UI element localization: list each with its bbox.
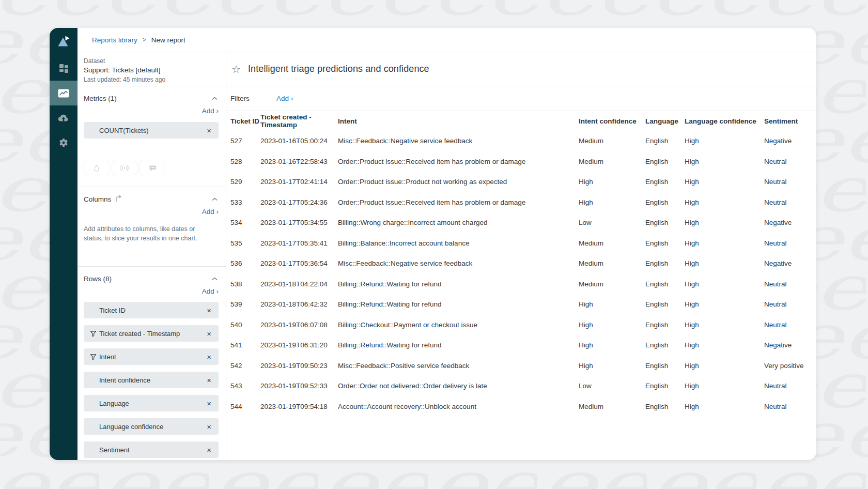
cell-language-confidence: High: [685, 219, 764, 226]
column-header[interactable]: Intent: [338, 117, 579, 125]
cell-ticket-created: 2023-01-16T05:00:24: [260, 137, 338, 145]
sidebar-item-reports[interactable]: [50, 81, 78, 105]
rows-section: Rows (8) Add › Ticket ID: [78, 267, 226, 460]
cell-ticket-id: 527: [230, 137, 260, 145]
cell-intent-confidence: Medium: [579, 280, 645, 288]
cell-ticket-created: 2023-01-19T09:50:23: [260, 362, 338, 370]
row-attribute-chip[interactable]: Sentiment ×: [84, 441, 219, 458]
row-attribute-chip[interactable]: Ticket ID ×: [84, 302, 219, 318]
pivot-arrow-icon[interactable]: [115, 195, 123, 203]
cell-sentiment: Neutral: [764, 403, 808, 410]
content-area: Reports library > New report Dataset Sup…: [78, 28, 816, 460]
sidebar-item-settings[interactable]: [50, 130, 78, 155]
column-header[interactable]: Ticket ID: [230, 117, 260, 125]
cell-ticket-created: 2023-01-17T05:36:54: [260, 259, 338, 267]
cell-ticket-id: 543: [230, 382, 260, 390]
column-header[interactable]: Ticket created - Timestamp: [260, 113, 338, 129]
remove-metric-button[interactable]: ×: [206, 127, 212, 134]
row-attribute-chip[interactable]: Intent confidence ×: [84, 372, 219, 388]
cell-language: English: [645, 158, 685, 165]
cell-language-confidence: High: [685, 280, 764, 288]
chevron-up-icon: [212, 197, 218, 201]
cell-ticket-created: 2023-01-19T09:54:18: [260, 403, 338, 410]
cell-intent: Order::Order not delivered::Order delive…: [338, 382, 579, 390]
cell-sentiment: Negative: [764, 259, 808, 267]
cell-language-confidence: High: [685, 321, 764, 329]
cell-ticket-id: 528: [230, 158, 260, 165]
table-row: 528 2023-01-16T22:58:43 Order::Product i…: [230, 151, 808, 172]
metric-chip[interactable]: COUNT(Tickets) ×: [84, 122, 219, 139]
favorite-star-icon[interactable]: ☆: [230, 63, 242, 75]
row-attribute-label: Intent confidence: [99, 376, 150, 384]
rows-collapse-button[interactable]: [211, 276, 219, 282]
sidebar-item-datasets[interactable]: [50, 105, 78, 130]
explore-logo-icon: [50, 32, 78, 51]
breadcrumb-reports-library[interactable]: Reports library: [92, 36, 137, 44]
cell-intent: Billing::Refund::Waiting for refund: [338, 280, 579, 288]
cell-language-confidence: High: [685, 137, 764, 145]
row-attribute-label: Ticket created - Timestamp: [99, 330, 180, 338]
table-header-row: Ticket ID Ticket created - Timestamp Int…: [230, 111, 808, 131]
remove-attribute-button[interactable]: ×: [206, 423, 212, 431]
metrics-add-link[interactable]: Add ›: [202, 107, 219, 116]
cell-ticket-created: 2023-01-16T22:58:43: [260, 158, 338, 165]
columns-add-link[interactable]: Add ›: [202, 208, 219, 217]
table-row: 544 2023-01-19T09:54:18 Account::Account…: [230, 396, 808, 417]
cell-intent: Billing::Refund::Waiting for refund: [338, 300, 579, 308]
cell-intent: Misc::Feedback::Negative service feedbac…: [338, 137, 579, 145]
rows-section-title: Rows (8): [84, 275, 112, 283]
remove-attribute-button[interactable]: ×: [206, 353, 212, 361]
breadcrumb-separator: >: [143, 36, 146, 43]
cell-sentiment: Neutral: [764, 300, 808, 308]
cell-intent-confidence: Medium: [579, 239, 645, 247]
table-row: 540 2023-01-19T06:07:08 Billing::Checkou…: [230, 315, 808, 335]
cell-ticket-id: 541: [230, 341, 260, 349]
dashboards-icon: [59, 64, 69, 73]
table-row: 533 2023-01-17T05:24:36 Order::Product i…: [230, 192, 808, 213]
cell-language: English: [645, 321, 685, 329]
table-row: 535 2023-01-17T05:35:41 Billing::Balance…: [230, 233, 808, 254]
cell-language: English: [645, 280, 685, 288]
cell-language-confidence: High: [685, 403, 764, 410]
remove-attribute-button[interactable]: ×: [206, 446, 212, 454]
droplet-icon: [94, 164, 100, 172]
cell-intent: Billing::Wrong charge::Incorrect amount …: [338, 219, 579, 226]
row-attribute-chip[interactable]: Intent ×: [84, 348, 219, 365]
filters-add-link[interactable]: Add ›: [276, 95, 293, 102]
remove-attribute-button[interactable]: ×: [206, 400, 212, 407]
cell-intent-confidence: Low: [579, 382, 645, 390]
sidebar-nav: [50, 56, 78, 155]
metric-chip-label: COUNT(Tickets): [99, 127, 149, 134]
row-attribute-label: Language confidence: [99, 423, 163, 431]
cell-language: English: [645, 137, 685, 145]
droplet-button[interactable]: [84, 161, 110, 175]
cell-language-confidence: High: [685, 341, 764, 349]
rows-add-link[interactable]: Add ›: [202, 287, 219, 297]
broadcast-button[interactable]: [112, 161, 137, 175]
cell-intent: Order::Product issue::Product not workin…: [338, 178, 579, 186]
row-attribute-chip[interactable]: Language confidence ×: [84, 418, 219, 435]
cell-intent-confidence: High: [579, 341, 645, 349]
metrics-chip-list: COUNT(Tickets) ×: [84, 122, 219, 139]
remove-attribute-button[interactable]: ×: [206, 330, 212, 338]
row-attribute-chip[interactable]: Language ×: [84, 395, 219, 411]
columns-collapse-button[interactable]: [211, 196, 219, 202]
sidebar-item-dashboards[interactable]: [50, 56, 78, 81]
remove-attribute-button[interactable]: ×: [206, 307, 212, 314]
report-title[interactable]: Intelligent triage predictions and confi…: [248, 64, 429, 74]
chat-button[interactable]: [140, 161, 165, 175]
report-title-row: ☆ Intelligent triage predictions and con…: [226, 52, 816, 86]
column-header[interactable]: Sentiment: [764, 117, 808, 125]
column-header[interactable]: Language: [645, 117, 685, 125]
column-header[interactable]: Intent confidence: [579, 117, 645, 125]
cell-intent-confidence: High: [579, 198, 645, 206]
row-attribute-chip[interactable]: Ticket created - Timestamp ×: [84, 325, 219, 342]
table-row: 527 2023-01-16T05:00:24 Misc::Feedback::…: [230, 131, 808, 151]
column-header[interactable]: Language confidence: [685, 117, 764, 125]
cell-intent-confidence: Medium: [579, 259, 645, 267]
cell-sentiment: Negative: [764, 219, 808, 226]
cell-language: English: [645, 300, 685, 308]
cell-language: English: [645, 382, 685, 390]
metrics-collapse-button[interactable]: [211, 96, 219, 101]
remove-attribute-button[interactable]: ×: [206, 376, 212, 384]
